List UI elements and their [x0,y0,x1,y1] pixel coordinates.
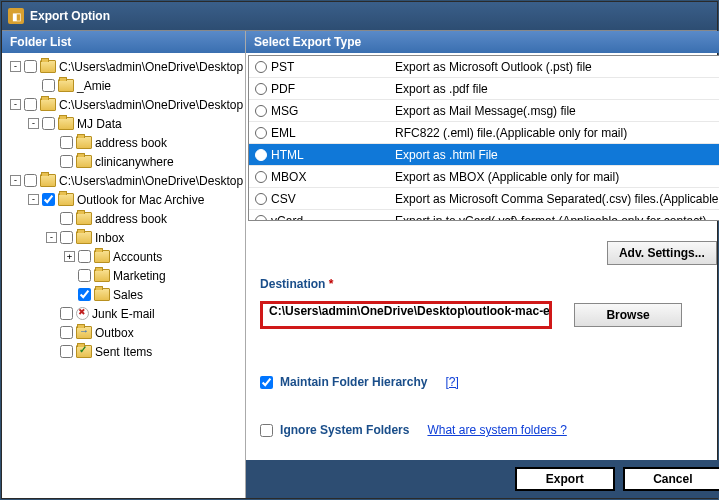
expand-toggle[interactable]: - [28,118,39,129]
export-radio[interactable] [255,193,267,205]
export-button[interactable]: Export [515,467,615,491]
export-radio[interactable] [255,105,267,117]
folder-list-pane: Folder List -C:\Users\admin\OneDrive\Des… [2,31,246,498]
tree-item[interactable]: -C:\Users\admin\OneDrive\Desktop [4,95,243,114]
folder-label: Outbox [95,326,134,340]
export-type-name: MSG [271,104,395,118]
folder-checkbox[interactable] [24,98,37,111]
folder-checkbox[interactable] [42,193,55,206]
content-area: Folder List -C:\Users\admin\OneDrive\Des… [2,30,717,498]
tree-item[interactable]: Sales [4,285,243,304]
export-type-desc: Export as .pdf file [395,82,719,96]
export-type-name: PDF [271,82,395,96]
export-radio[interactable] [255,171,267,183]
tree-item[interactable]: Sent Items [4,342,243,361]
folder-open-icon [58,193,74,206]
export-type-list[interactable]: PSTExport as Microsoft Outlook (.pst) fi… [248,55,719,221]
folder-checkbox[interactable] [60,231,73,244]
folder-label: C:\Users\admin\OneDrive\Desktop [59,60,243,74]
folder-checkbox[interactable] [60,345,73,358]
expand-toggle[interactable]: - [28,194,39,205]
maintain-hierarchy-row: Maintain Folder Hierarchy [?] [260,375,719,389]
expand-toggle[interactable]: - [46,232,57,243]
cancel-button[interactable]: Cancel [623,467,719,491]
folder-closed-icon [58,79,74,92]
folder-label: Accounts [113,250,162,264]
export-type-desc: RFC822 (.eml) file.(Applicable only for … [395,126,719,140]
tree-item[interactable]: -Inbox [4,228,243,247]
folder-label: MJ Data [77,117,122,131]
junk-icon [76,307,89,320]
export-type-name: EML [271,126,395,140]
tree-item[interactable]: -C:\Users\admin\OneDrive\Desktop [4,171,243,190]
folder-checkbox[interactable] [24,60,37,73]
folder-checkbox[interactable] [78,269,91,282]
sent-icon [76,345,92,358]
export-radio[interactable] [255,61,267,73]
advanced-settings-button[interactable]: Adv. Settings... [607,241,717,265]
folder-checkbox[interactable] [42,79,55,92]
folder-closed-icon [94,288,110,301]
expand-toggle[interactable]: - [10,61,21,72]
tree-item[interactable]: -Outlook for Mac Archive [4,190,243,209]
folder-label: Sent Items [95,345,152,359]
folder-label: address book [95,136,167,150]
folder-open-icon [40,98,56,111]
expand-toggle[interactable]: - [10,175,21,186]
folder-label: C:\Users\admin\OneDrive\Desktop [59,174,243,188]
export-type-desc: Export as MBOX (Applicable only for mail… [395,170,719,184]
ignore-folders-row: Ignore System Folders What are system fo… [260,423,719,437]
destination-label: Destination * [260,277,719,291]
folder-checkbox[interactable] [24,174,37,187]
folder-checkbox[interactable] [60,307,73,320]
export-radio[interactable] [255,127,267,139]
folder-checkbox[interactable] [60,326,73,339]
export-type-desc: Export in to vCard(.vcf) format (Applica… [395,214,719,222]
export-type-row[interactable]: vCardExport in to vCard(.vcf) format (Ap… [249,210,719,221]
tree-item[interactable]: address book [4,209,243,228]
tree-item[interactable]: -MJ Data [4,114,243,133]
system-folders-help-link[interactable]: What are system folders ? [427,423,566,437]
export-radio[interactable] [255,149,267,161]
folder-checkbox[interactable] [60,136,73,149]
folder-checkbox[interactable] [78,288,91,301]
folder-label: C:\Users\admin\OneDrive\Desktop [59,98,243,112]
maintain-help-link[interactable]: [?] [445,375,458,389]
export-radio[interactable] [255,215,267,222]
folder-open-icon [58,117,74,130]
expand-toggle[interactable]: + [64,251,75,262]
tree-item[interactable]: Outbox [4,323,243,342]
export-type-name: PST [271,60,395,74]
folder-tree[interactable]: -C:\Users\admin\OneDrive\Desktop_Amie-C:… [2,53,245,498]
destination-input[interactable]: C:\Users\admin\OneDrive\Desktop\outlook-… [260,301,552,329]
maintain-hierarchy-checkbox[interactable] [260,376,273,389]
export-type-row[interactable]: CSVExport as Microsoft Comma Separated(.… [249,188,719,210]
tree-item[interactable]: Junk E-mail [4,304,243,323]
tree-item[interactable]: clinicanywhere [4,152,243,171]
folder-checkbox[interactable] [60,155,73,168]
tree-item[interactable]: _Amie [4,76,243,95]
export-type-name: vCard [271,214,395,222]
tree-item[interactable]: Marketing [4,266,243,285]
export-type-row[interactable]: MSGExport as Mail Message(.msg) file [249,100,719,122]
titlebar[interactable]: ◧ Export Option [2,2,717,30]
bottom-button-bar: Export Cancel [246,460,719,498]
expand-toggle[interactable]: - [10,99,21,110]
outbox-icon [76,326,92,339]
tree-item[interactable]: -C:\Users\admin\OneDrive\Desktop [4,57,243,76]
folder-open-icon [76,231,92,244]
export-radio[interactable] [255,83,267,95]
ignore-system-folders-checkbox[interactable] [260,424,273,437]
folder-checkbox[interactable] [60,212,73,225]
browse-button[interactable]: Browse [574,303,682,327]
folder-checkbox[interactable] [42,117,55,130]
tree-item[interactable]: +Accounts [4,247,243,266]
export-type-row[interactable]: EMLRFC822 (.eml) file.(Applicable only f… [249,122,719,144]
folder-checkbox[interactable] [78,250,91,263]
folder-label: Sales [113,288,143,302]
export-type-row[interactable]: PDFExport as .pdf file [249,78,719,100]
tree-item[interactable]: address book [4,133,243,152]
export-type-row[interactable]: PSTExport as Microsoft Outlook (.pst) fi… [249,56,719,78]
export-type-row[interactable]: MBOXExport as MBOX (Applicable only for … [249,166,719,188]
export-type-row[interactable]: HTMLExport as .html File [249,144,719,166]
